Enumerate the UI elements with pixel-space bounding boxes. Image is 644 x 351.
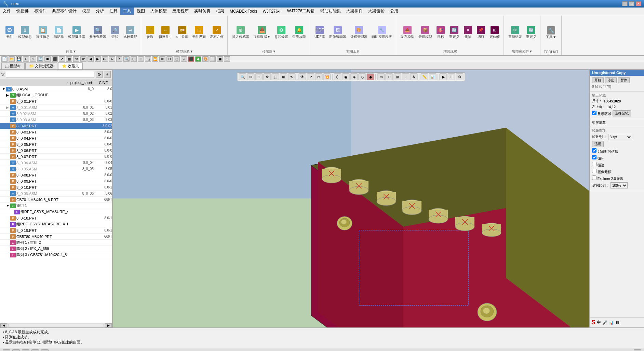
menu-item-典型零件设计[interactable]: 典型零件设计 <box>49 8 79 15</box>
qa-btn-24[interactable]: ▽ <box>181 56 187 62</box>
close-button[interactable]: ✕ <box>636 1 641 6</box>
vp-btn-orient[interactable]: ↗ <box>307 73 314 80</box>
filter-icon-2[interactable]: 🖥 <box>615 320 619 325</box>
ribbon-btn-check-fault[interactable]: 🔔 查看故障 <box>291 25 308 40</box>
3d-viewport[interactable]: 🔍 ⊕ ⊖ ✥ ⬚ ⊞ ⟲ 👁 ↗ ✂ 💥 ⬡ ◉ ◈ ◇ ◆ ▭ ⊕ ⊞ · … <box>113 70 589 327</box>
qa-btn-color[interactable]: 🎨 <box>202 56 209 62</box>
qa-btn-30[interactable]: ⊡ <box>224 56 230 62</box>
qa-btn-22[interactable]: ⊖ <box>166 56 173 62</box>
scroll-right[interactable]: ▶ <box>105 323 112 327</box>
tree-row-8[interactable]: P8_0-03.PRT8.0-0 <box>0 129 112 135</box>
vp-btn-rotate[interactable]: ⟲ <box>288 73 296 80</box>
edge-checkbox[interactable] <box>592 162 596 166</box>
chart-icon[interactable]: 📊 <box>609 320 614 325</box>
bb-toggle-2[interactable]: 👁 <box>12 349 20 351</box>
ribbon-btn-switch-dim[interactable]: ↔ 切换尺寸 <box>157 25 174 40</box>
ribbon-btn-clean[interactable]: 📄 清洁单 <box>52 25 66 40</box>
tree-toolbar-settings[interactable]: ⚙ <box>96 71 103 78</box>
stop-button[interactable]: 停止 <box>605 77 617 83</box>
vp-btn-annotations[interactable]: A <box>410 73 418 80</box>
tree-row-17[interactable]: P8_0-10.PRT8.0-1 <box>0 184 112 191</box>
menu-item-辅助功能集[interactable]: 辅助功能集 <box>318 8 344 15</box>
qa-btn-23[interactable]: ◻ <box>174 56 180 62</box>
vp-btn-active[interactable]: ◆ <box>367 73 374 80</box>
preview-checkbox[interactable] <box>592 169 596 173</box>
qa-btn-19[interactable]: ⬚ <box>145 56 151 62</box>
tree-row-28[interactable]: Σ阵列 3 / GB5781-M10X20-4_8.PRT <box>0 252 112 258</box>
scroll-left[interactable]: ◀ <box>0 323 7 327</box>
select-area-button[interactable]: 选择区域 <box>613 110 631 116</box>
maximize-button[interactable]: □ <box>629 1 634 6</box>
qa-btn-25[interactable]: ⬛ <box>188 56 194 62</box>
menu-item-大梁齿轮[interactable]: 大梁齿轮 <box>365 8 387 15</box>
bb-toggle-1[interactable]: ⚙ <box>3 349 10 351</box>
ribbon-btn-target[interactable]: 🎯 目标 <box>434 25 447 40</box>
ribbon-btn-smart-redef[interactable]: 🔄 重定义 <box>524 25 538 40</box>
qa-btn-regen[interactable]: 🔄 <box>37 56 43 62</box>
subtab-file-browser[interactable]: 📁 文件浏览器 <box>25 62 57 69</box>
tree-row-23[interactable]: F组REF_CSYS_MEASURE_4_PLANES_1 <box>0 221 112 227</box>
vp-btn-analysis[interactable]: 📊 <box>429 73 437 80</box>
vp-btn-datum-planes[interactable]: ▭ <box>377 73 385 80</box>
vp-btn-wireframe[interactable]: ⬡ <box>334 73 341 80</box>
vp-btn-section[interactable]: ✂ <box>315 73 323 80</box>
ribbon-btn-params[interactable]: ≡ 参数 <box>144 25 156 40</box>
tree-row-21[interactable]: F组REF_CSYS_MEASURE_4_PLANES <box>0 209 112 215</box>
tree-row-24[interactable]: P8_0-19.PRT8.0-1 <box>0 227 112 234</box>
tree-row-22[interactable]: P8_0-18.PRT8.0-1 <box>0 215 112 221</box>
ribbon-btn-ref-viewer[interactable]: 🔍 参考查看器 <box>88 25 108 40</box>
menu-item-文件[interactable]: 文件 <box>0 8 14 15</box>
bb-settings[interactable]: ⚙ <box>634 349 641 351</box>
vp-btn-datum-csys[interactable]: ⊞ <box>394 73 401 80</box>
ribbon-btn-insert-sensor[interactable]: ⊕ 插入传感器 <box>230 25 251 40</box>
vp-btn-shading[interactable]: ◉ <box>342 73 350 80</box>
tree-row-25[interactable]: PGB5780-M8X40.PRTGB/T <box>0 234 112 240</box>
ribbon-btn-model-info[interactable]: ℹ 模型信息 <box>16 25 33 40</box>
vp-btn-play[interactable]: ▶ <box>440 73 447 80</box>
menu-item-实时仿真[interactable]: 实时仿真 <box>191 8 213 15</box>
tree-row-5[interactable]: A8.0.02.ASM8.0_028.02 <box>0 111 112 117</box>
qa-btn-12[interactable]: ▶ <box>95 56 101 62</box>
vp-btn-named-view[interactable]: 👁 <box>299 73 306 80</box>
minimize-button[interactable]: ─ <box>622 1 628 6</box>
ribbon-btn-reassemble[interactable]: 🔄 重定义 <box>447 25 461 40</box>
qa-btn-8[interactable]: ▦ <box>66 56 72 62</box>
vp-btn-zoom-realtime[interactable]: 🔍 <box>239 73 246 80</box>
ribbon-btn-element[interactable]: ⚙ 元件 <box>3 25 16 40</box>
tree-row-16[interactable]: P8_0-09.PRT8.0-0 <box>0 178 112 184</box>
qa-btn-save[interactable]: 💾 <box>16 56 22 62</box>
vp-btn-no-hidden[interactable]: ◇ <box>359 73 366 80</box>
menu-item-快捷键[interactable]: 快捷键 <box>14 8 31 15</box>
vp-btn-settings[interactable]: ⚙ <box>456 73 464 80</box>
lang-icon[interactable]: 中 <box>597 320 601 325</box>
qa-btn-6[interactable]: ⬛ <box>52 56 58 62</box>
ribbon-btn-feature-info[interactable]: 📋 特征信息 <box>34 25 51 40</box>
ribbon-btn-relation[interactable]: d= d= 关系 <box>175 25 190 40</box>
show-area-checkbox[interactable] <box>592 111 596 115</box>
vp-btn-explode[interactable]: 💥 <box>323 73 331 80</box>
vp-btn-pan[interactable]: ✥ <box>264 73 271 80</box>
vp-btn-zoom-out[interactable]: ⊖ <box>255 73 263 80</box>
ribbon-btn-model-player[interactable]: ▶ 模型摄放器 <box>66 25 87 40</box>
vp-btn-pause[interactable]: ⏸ <box>448 73 455 80</box>
ribbon-btn-load-data[interactable]: 📥 加载数据▼ <box>252 25 272 40</box>
horizontal-scrollbar[interactable]: ◀ ▶ <box>0 323 112 327</box>
menu-item-注释[interactable]: 注释 <box>107 8 120 15</box>
qa-btn-stop[interactable]: ⏹ <box>44 56 51 62</box>
qa-btn-29[interactable]: ▣ <box>217 56 223 62</box>
bb-toggle-4[interactable]: ▶ <box>31 349 39 351</box>
menu-item-MCADEx Tools[interactable]: MCADEx Tools <box>227 8 260 14</box>
qa-btn-17[interactable]: ⬡ <box>131 56 137 62</box>
tree-row-15[interactable]: P8_0-08.PRT8.0-0 <box>0 172 112 178</box>
explorer-checkbox[interactable] <box>592 176 596 180</box>
qa-btn-redo[interactable]: ↪ <box>30 56 36 62</box>
qa-btn-undo[interactable]: ↩ <box>23 56 29 62</box>
pause-button[interactable]: 暂停 <box>618 77 630 83</box>
qa-btn-open[interactable]: 📂 <box>9 56 15 62</box>
menu-item-框架[interactable]: 框架 <box>213 8 227 15</box>
ribbon-btn-settings[interactable]: ⚙ 意和设置 <box>273 25 290 40</box>
tree-row-18[interactable]: A8_0.06.ASM8_0_068.06 <box>0 191 112 197</box>
qa-btn-16[interactable]: 🔍 <box>123 56 130 62</box>
ribbon-btn-element-iface[interactable]: ⬚ 元件界面 <box>190 25 207 40</box>
qa-btn-21[interactable]: ⊕ <box>159 56 165 62</box>
